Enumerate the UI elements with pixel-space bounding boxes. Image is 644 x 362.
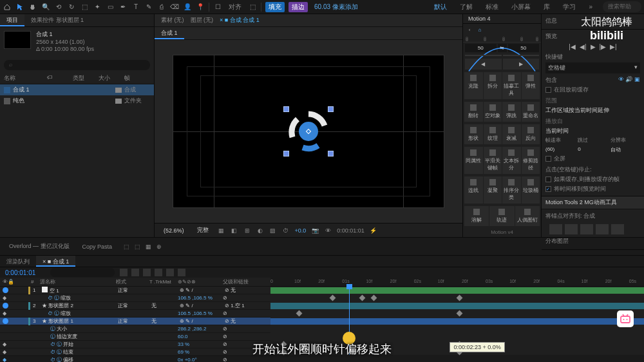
rotate-tool-icon[interactable]: ↻ — [67, 3, 76, 12]
quality-dropdown[interactable]: 完整 — [193, 225, 213, 235]
cache-play-checkbox[interactable] — [545, 176, 551, 182]
tool-trace[interactable]: 描摹工具 — [502, 72, 521, 99]
tool-sort[interactable]: 排序分类 — [502, 176, 521, 204]
framerate-value[interactable]: (60) — [545, 146, 575, 153]
layer-row-selected[interactable]: 3 ★ 形状图层 1 正常 无 ⊕ ✎ / ⊘ 无 — [0, 318, 270, 325]
motion-tools-header[interactable]: Motion Tools 2 MG动画工具 — [542, 196, 644, 209]
tool-text-split[interactable]: 文本拆分 — [502, 147, 521, 174]
guides-icon[interactable]: ⊞ — [243, 227, 251, 234]
last-frame-button[interactable]: ▶| — [610, 43, 617, 50]
workspace-smallscreen[interactable]: 小屏幕 — [509, 3, 533, 12]
prev-frame-button[interactable]: ◀| — [580, 43, 587, 50]
render-queue-tab[interactable]: 渲染队列 — [0, 256, 36, 267]
orbit-tool-icon[interactable]: ⟲ — [54, 3, 63, 12]
snap-checkbox[interactable]: ☐ — [213, 3, 222, 12]
camera-tool-icon[interactable]: ⬚ — [80, 3, 89, 12]
selection-tool-icon[interactable] — [15, 3, 24, 12]
tool-falloff[interactable]: 衰减 — [502, 124, 521, 144]
col-fps[interactable]: 帧 — [124, 74, 150, 82]
playfrom-value[interactable]: 当前时间 — [545, 127, 640, 135]
col-source[interactable]: 源名称 — [37, 278, 113, 285]
col-type[interactable]: 类型 — [73, 74, 99, 82]
workspace-learn[interactable]: 了解 — [457, 3, 475, 12]
time-ruler[interactable]: 010f20f01s10f20f02s10f20f03s10f20f04s10f… — [270, 278, 644, 287]
viewer-body[interactable] — [155, 40, 462, 223]
pen-tool-icon[interactable]: ✒ — [118, 3, 128, 12]
tl-opt-1[interactable] — [120, 269, 128, 276]
cache-checkbox[interactable] — [545, 87, 551, 93]
property-row-scale[interactable]: ◆ ⏱ Ⓛ 缩放 106.5 ,106.5 % ⊘ — [0, 294, 270, 302]
overlord-icon-1[interactable]: ⬚ — [124, 243, 129, 250]
tool-shape[interactable]: 形状 — [464, 124, 483, 144]
anchor-btn-5[interactable] — [611, 224, 624, 234]
tool-flip[interactable]: 翻转 — [464, 102, 483, 122]
timeline-comp-tab[interactable]: × ■ 合成 1 — [36, 256, 75, 267]
eraser-tool-icon[interactable]: ⌫ — [170, 3, 179, 12]
snap-opt-icon[interactable]: ⬚ — [248, 3, 257, 12]
composition-canvas[interactable] — [173, 55, 444, 208]
channel-icon[interactable]: ◐ — [256, 227, 264, 234]
copypasta-tab[interactable]: Copy Pasta — [79, 242, 117, 251]
property-row-size[interactable]: Ⓛ 大小 286.2 ,286.2 ⊘ — [0, 325, 270, 333]
resolution-value[interactable]: 自动 — [611, 146, 640, 153]
bilibili-tv-icon[interactable] — [617, 310, 634, 327]
col-parent[interactable]: 父级和链接 — [220, 278, 259, 285]
tool-elastic[interactable]: 弹性 — [522, 72, 540, 99]
layer-row[interactable]: 1 空 1 正常 ⊕ ✎ / ⊘ 无 — [0, 287, 270, 294]
fullscreen-checkbox[interactable] — [545, 156, 551, 162]
show-snapshot-icon[interactable]: 👁 — [324, 227, 332, 234]
visibility-toggle[interactable] — [3, 303, 8, 309]
skip-value[interactable]: 0 — [578, 146, 607, 153]
snapshot-icon[interactable]: 📷 — [311, 227, 319, 234]
current-time[interactable]: 0:00:01:01 — [337, 227, 365, 234]
layer-tab[interactable]: 图层 (无) — [191, 16, 214, 24]
property-row-stroke[interactable]: Ⓛ 描边宽度 60.0 ⊘ — [0, 333, 270, 341]
workspace-standard[interactable]: 标准 — [483, 3, 501, 12]
stamp-tool-icon[interactable]: ⎙ — [157, 3, 166, 12]
overlord-icon-3[interactable]: ▦ — [146, 243, 151, 250]
comp-tab-active[interactable]: × ■ 合成 合成 1 — [220, 16, 260, 24]
anchor-btn-4[interactable] — [596, 224, 609, 234]
project-search[interactable]: ⌕ — [4, 60, 150, 70]
tool-trim-path[interactable]: 修剪路径 — [522, 147, 540, 174]
tool-dissolve[interactable]: 溶解 — [464, 206, 489, 226]
ease-slider-left[interactable] — [465, 55, 502, 56]
ease-curve[interactable] — [463, 35, 541, 43]
project-item-folder[interactable]: 纯色 文件夹 — [0, 95, 154, 106]
property-row-start[interactable]: ◆ ⏱ Ⓛ 开始 33 % ⊘ — [0, 341, 270, 348]
tool-trail[interactable]: 轨迹 — [489, 206, 514, 226]
range-value[interactable]: 工作区域按当前时间延伸 — [545, 106, 640, 115]
motion4-tab[interactable]: Motion 4 — [463, 14, 496, 23]
fill-label[interactable]: 填充 — [265, 2, 285, 12]
shape-tool-icon[interactable]: ▭ — [106, 3, 115, 12]
mask-icon[interactable]: ◧ — [231, 227, 238, 234]
property-row-scale[interactable]: ◆ ⏱ Ⓛ 缩放 106.5 ,106.5 % ⊘ — [0, 310, 270, 318]
tl-opt-3[interactable] — [143, 269, 151, 276]
tool-same-prop[interactable]: 同属性 — [464, 147, 483, 174]
overlord-icon-4[interactable]: ⊕ — [156, 243, 162, 250]
handle-tl[interactable] — [283, 106, 289, 112]
shape-layer-object[interactable] — [287, 110, 330, 153]
tool-puppet-pin[interactable]: 人偶图钉 — [515, 206, 540, 226]
help-search[interactable]: 搜索帮助 — [603, 1, 641, 12]
tool-null[interactable]: 空对象 — [484, 102, 502, 122]
tl-opt-5[interactable] — [166, 269, 174, 276]
visibility-toggle[interactable] — [3, 287, 8, 293]
hand-tool-icon[interactable] — [28, 3, 37, 12]
next-frame-button[interactable]: |▶ — [600, 43, 607, 50]
tool-clone[interactable]: 克隆 — [464, 72, 483, 99]
anchor-tool-icon[interactable]: ✦ — [93, 3, 102, 12]
tool-bounce[interactable]: 弹跳 — [502, 102, 521, 122]
workspace-more[interactable]: » — [586, 3, 595, 10]
project-item-comp[interactable]: 合成 1 合成 — [0, 84, 154, 95]
overlord-tab[interactable]: Overlord — 重亿汉化版 — [5, 241, 73, 252]
handle-tr[interactable] — [328, 106, 334, 112]
fast-preview-icon[interactable]: ⚡ — [370, 227, 377, 234]
tool-condense[interactable]: 凝聚 — [484, 176, 502, 204]
motion-home-icon[interactable]: ⌂ — [475, 25, 484, 34]
tl-opt-4[interactable] — [155, 269, 162, 276]
workspace-default[interactable]: 默认 — [431, 3, 450, 12]
shortcut-dropdown[interactable]: 空格键▾ — [545, 62, 640, 73]
move-time-checkbox[interactable] — [545, 186, 551, 192]
tool-texture[interactable]: 纹理 — [484, 124, 502, 144]
